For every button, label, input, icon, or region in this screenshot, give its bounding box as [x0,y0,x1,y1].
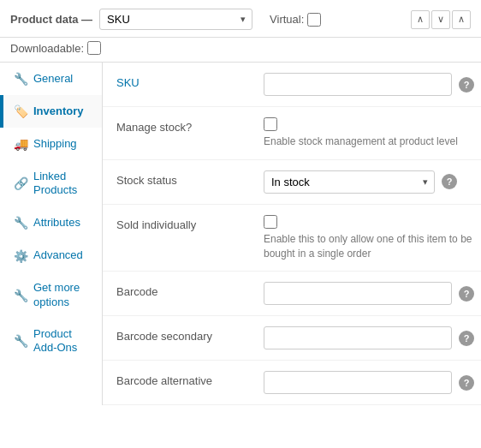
shipping-icon: 🚚 [14,136,28,152]
product-type-select[interactable]: SKU Variable product Grouped product Ext… [99,9,252,30]
manage-stock-inline [264,117,474,131]
stock-status-content: In stock Out of stock On backorder ▾ ? [264,170,474,194]
sidebar-item-label-product-add-ons: Product Add-Ons [33,327,92,356]
stock-status-select-wrapper: In stock Out of stock On backorder ▾ [264,170,435,194]
downloadable-row: Downloadable: [0,38,481,62]
sku-label: SKU [116,73,253,89]
barcode-secondary-content: ? [264,326,474,349]
sidebar: 🔧 General 🏷️ Inventory 🚚 Shipping 🔗 Link… [0,63,103,405]
sold-individually-label: Sold individually [116,215,253,231]
barcode-content: ? [264,282,474,305]
barcode-input[interactable] [264,282,452,305]
inventory-icon: 🏷️ [14,104,28,119]
virtual-label: Virtual: [270,13,321,27]
sold-individually-content: Enable this to only allow one of this it… [264,215,474,261]
barcode-alternative-row: Barcode alternative ? [103,361,481,405]
sold-individually-row: Sold individually Enable this to only al… [103,205,481,272]
barcode-alternative-content: ? [264,371,474,394]
barcode-help-icon[interactable]: ? [459,286,474,302]
product-add-ons-icon: 🔧 [14,333,28,349]
advanced-icon: ⚙️ [14,248,28,264]
sidebar-item-attributes[interactable]: 🔧 Attributes [0,206,102,239]
product-type-wrapper: SKU Variable product Grouped product Ext… [99,9,252,30]
barcode-label: Barcode [116,282,253,298]
manage-stock-help-text: Enable stock management at product level [264,134,474,149]
manage-stock-checkbox[interactable] [264,117,277,131]
sidebar-item-inventory[interactable]: 🏷️ Inventory [0,95,102,128]
main-container: 🔧 General 🏷️ Inventory 🚚 Shipping 🔗 Link… [0,62,481,405]
sort-arrows: ∧ ∨ ∧ [411,10,471,29]
sidebar-item-product-add-ons[interactable]: 🔧 Product Add-Ons [0,319,102,365]
stock-status-label: Stock status [116,170,253,187]
barcode-inline: ? [264,282,474,305]
sidebar-item-linked-products[interactable]: 🔗 Linked Products [0,161,102,207]
product-data-header: Product data — SKU Variable product Grou… [0,0,481,38]
sku-input[interactable] [264,73,452,96]
barcode-secondary-inline: ? [264,326,474,349]
up-arrow-button[interactable]: ∧ [411,10,430,29]
barcode-alternative-help-icon[interactable]: ? [459,375,474,391]
stock-status-inline: In stock Out of stock On backorder ▾ ? [264,170,474,194]
sidebar-item-label-attributes: Attributes [33,216,80,230]
sold-individually-checkbox[interactable] [264,215,277,229]
sidebar-item-label-general: General [33,72,73,87]
sidebar-item-label-advanced: Advanced [33,248,83,263]
barcode-alternative-inline: ? [264,371,474,394]
barcode-row: Barcode ? [103,272,481,316]
collapse-arrow-button[interactable]: ∧ [452,10,471,29]
general-icon: 🔧 [14,71,28,87]
sku-help-icon[interactable]: ? [459,77,474,93]
downloadable-checkbox[interactable] [87,41,101,55]
sidebar-item-general[interactable]: 🔧 General [0,63,102,95]
barcode-secondary-input[interactable] [264,326,452,349]
manage-stock-label: Manage stock? [116,117,253,134]
sidebar-item-advanced[interactable]: ⚙️ Advanced [0,240,102,272]
stock-status-select[interactable]: In stock Out of stock On backorder [264,170,435,194]
barcode-alternative-input[interactable] [264,371,452,394]
content-area: SKU ? Manage stock? Enable stock managem… [103,63,481,405]
stock-status-help-icon[interactable]: ? [442,174,457,189]
linked-products-icon: 🔗 [14,176,28,191]
down-arrow-button[interactable]: ∨ [431,10,450,29]
barcode-alternative-label: Barcode alternative [116,371,253,387]
sku-row: SKU ? [103,63,481,107]
stock-status-row: Stock status In stock Out of stock On ba… [103,160,481,205]
virtual-checkbox[interactable] [307,13,321,27]
sku-link[interactable]: SKU [116,76,140,89]
attributes-icon: 🔧 [14,215,28,230]
sidebar-item-shipping[interactable]: 🚚 Shipping [0,128,102,160]
barcode-secondary-row: Barcode secondary ? [103,316,481,361]
sold-individually-inline [264,215,474,229]
barcode-secondary-label: Barcode secondary [116,326,253,343]
manage-stock-row: Manage stock? Enable stock management at… [103,107,481,160]
sold-individually-help-text: Enable this to only allow one of this it… [264,232,474,261]
sidebar-item-label-inventory: Inventory [33,105,84,119]
sidebar-item-get-more-options[interactable]: 🔧 Get more options [0,272,102,319]
manage-stock-content: Enable stock management at product level [264,117,474,149]
get-more-options-icon: 🔧 [14,288,28,303]
sidebar-item-label-linked-products: Linked Products [33,170,92,199]
sku-content: ? [264,73,474,96]
product-data-label: Product data — [10,13,92,26]
sidebar-item-label-get-more-options: Get more options [33,281,92,310]
sidebar-item-label-shipping: Shipping [33,137,77,152]
sku-inline: ? [264,73,474,96]
barcode-secondary-help-icon[interactable]: ? [459,331,474,346]
